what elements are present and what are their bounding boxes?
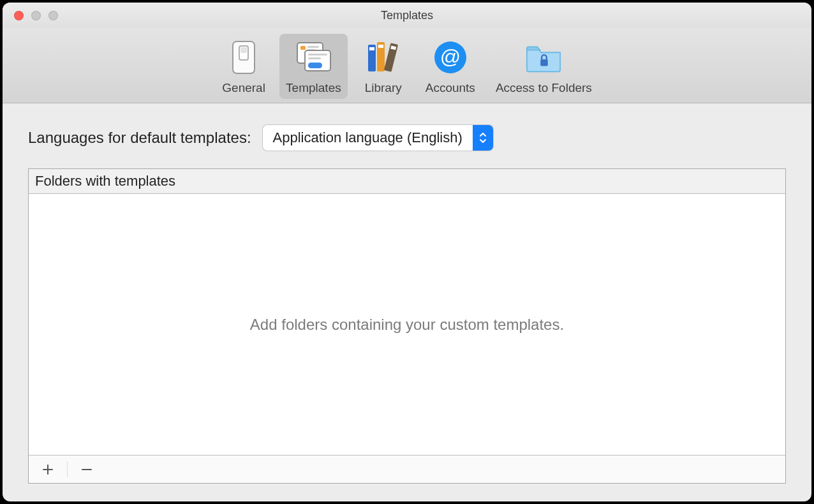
window-controls: [14, 11, 58, 20]
tab-templates[interactable]: Templates: [279, 34, 348, 99]
tab-label: Library: [365, 81, 402, 95]
language-select[interactable]: Application language (English): [263, 125, 493, 151]
remove-folder-button[interactable]: [73, 456, 101, 483]
svg-rect-2: [241, 47, 247, 53]
folders-list-body[interactable]: Add folders containing your custom templ…: [29, 194, 785, 455]
folders-list-header: Folders with templates: [29, 169, 785, 194]
prefs-content: Languages for default templates: Applica…: [3, 103, 811, 501]
window-title: Templates: [381, 9, 433, 22]
tab-label: Accounts: [426, 81, 475, 95]
tab-label: Access to Folders: [496, 81, 592, 95]
language-row: Languages for default templates: Applica…: [28, 125, 786, 151]
svg-rect-9: [308, 57, 321, 59]
add-folder-button[interactable]: [34, 456, 62, 483]
chevron-up-down-icon: [473, 125, 493, 151]
minus-icon: [80, 463, 93, 476]
svg-rect-8: [308, 54, 327, 56]
tab-general[interactable]: General: [216, 34, 272, 99]
svg-rect-19: [541, 59, 549, 66]
prefs-window: Templates General: [3, 3, 811, 501]
templates-icon: [295, 39, 332, 76]
svg-text:@: @: [440, 45, 461, 68]
tab-library[interactable]: Library: [355, 34, 411, 99]
at-sign-icon: @: [432, 39, 469, 76]
tab-label: General: [222, 81, 265, 95]
folders-empty-placeholder: Add folders containing your custom templ…: [250, 316, 564, 334]
svg-rect-4: [300, 46, 306, 50]
titlebar: Templates: [3, 3, 811, 28]
prefs-toolbar: General Templates: [3, 28, 811, 103]
svg-rect-5: [307, 46, 319, 48]
close-window-button[interactable]: [14, 11, 24, 20]
svg-rect-14: [378, 45, 383, 48]
folder-lock-icon: [525, 39, 562, 76]
minimize-window-button[interactable]: [31, 11, 41, 20]
tab-accounts[interactable]: @ Accounts: [419, 34, 482, 99]
svg-rect-10: [308, 63, 322, 68]
footer-divider: [67, 461, 68, 478]
switch-icon: [225, 39, 262, 76]
books-icon: [365, 39, 402, 76]
plus-icon: [41, 463, 54, 476]
folders-list-footer: [29, 455, 785, 483]
tab-label: Templates: [286, 81, 341, 95]
zoom-window-button[interactable]: [48, 11, 58, 20]
folders-listbox: Folders with templates Add folders conta…: [28, 168, 786, 484]
tab-access-to-folders[interactable]: Access to Folders: [489, 34, 598, 99]
language-select-value: Application language (English): [263, 125, 473, 151]
language-label: Languages for default templates:: [28, 129, 251, 147]
svg-rect-12: [369, 47, 374, 50]
